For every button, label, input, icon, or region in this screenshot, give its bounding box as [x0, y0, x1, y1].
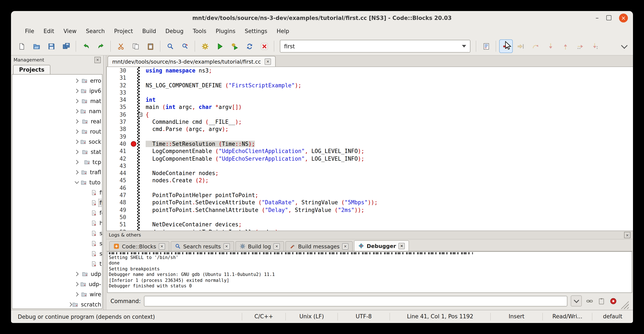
command-input[interactable] [144, 296, 567, 306]
open-file-button[interactable] [30, 40, 43, 53]
new-file-button[interactable] [15, 40, 28, 53]
find-button[interactable] [164, 40, 176, 53]
tree-item-fo[interactable]: fo [12, 208, 102, 218]
minimize-button[interactable]: – [596, 16, 599, 20]
menu-search[interactable]: Search [81, 26, 110, 36]
panel-splitter[interactable] [104, 56, 106, 310]
breakpoint-margin[interactable] [130, 192, 137, 199]
step-into-instruction-button[interactable] [588, 40, 601, 53]
breakpoint-margin[interactable] [130, 82, 137, 89]
close-button[interactable]: × [619, 13, 628, 22]
management-close-icon[interactable]: × [94, 57, 101, 63]
tree-expand-icon[interactable] [74, 109, 79, 113]
tree-expand-icon[interactable] [74, 129, 80, 134]
tree-expand-icon[interactable] [74, 180, 79, 185]
resize-grip[interactable] [621, 301, 629, 309]
breakpoint-margin[interactable] [130, 140, 137, 148]
menu-build[interactable]: Build [138, 26, 161, 36]
fold-marker-icon[interactable] [138, 113, 142, 117]
breakpoint-marker[interactable] [130, 141, 136, 147]
tree-expand-icon[interactable] [74, 119, 81, 124]
run-to-cursor-button[interactable] [514, 40, 527, 53]
breakpoint-margin[interactable] [130, 126, 137, 133]
copy-button[interactable] [129, 40, 142, 53]
tree-item-scratch[interactable]: scratch [12, 299, 102, 309]
breakpoint-margin[interactable] [130, 148, 137, 155]
tree-item-he[interactable]: he [12, 218, 102, 228]
tree-expand-icon[interactable] [74, 292, 80, 296]
logs-tab-code-blocks[interactable]: Code::Blocks× [109, 241, 169, 251]
editor-tab-first-cc[interactable]: mnt/dev/tools/source/ns-3-dev/examples/t… [108, 56, 276, 67]
breakpoint-margin[interactable] [130, 206, 137, 214]
undo-button[interactable] [80, 40, 92, 53]
stop-icon[interactable] [609, 297, 617, 305]
tree-item-udp-[interactable]: udp- [12, 279, 102, 289]
logs-tab-close-icon[interactable]: × [274, 243, 280, 249]
tree-item-sock[interactable]: sock [12, 137, 102, 147]
next-instruction-button[interactable] [574, 40, 586, 53]
tree-expand-icon[interactable] [68, 302, 71, 307]
link-icon[interactable] [585, 297, 594, 305]
tree-expand-icon[interactable] [74, 139, 78, 144]
logs-close-icon[interactable]: × [624, 232, 630, 238]
breakpoint-margin[interactable] [130, 89, 137, 96]
menu-debug[interactable]: Debug [161, 26, 188, 36]
tree-item-si[interactable]: si [12, 248, 102, 258]
menu-edit[interactable]: Edit [39, 26, 59, 36]
breakpoint-margin[interactable] [130, 111, 137, 119]
abort-build-button[interactable] [258, 40, 270, 53]
tree-item-se[interactable]: se [12, 238, 102, 248]
tree-item-tuto[interactable]: tuto [12, 177, 102, 187]
code-editor[interactable]: 30using namespace ns3;3132NS_LOG_COMPONE… [106, 67, 633, 231]
tree-item-se[interactable]: se [12, 228, 102, 238]
breakpoint-margin[interactable] [130, 96, 137, 104]
save-all-button[interactable] [60, 40, 72, 53]
breakpoint-margin[interactable] [130, 162, 137, 170]
menu-help[interactable]: Help [272, 26, 294, 36]
breakpoint-margin[interactable] [130, 170, 137, 177]
tree-item-wire[interactable]: wire [12, 289, 102, 299]
tree-expand-icon[interactable] [74, 282, 78, 286]
menu-project[interactable]: Project [110, 26, 138, 36]
logs-tab-build-log[interactable]: Build log× [235, 241, 284, 251]
tree-item-udp[interactable]: udp [12, 269, 102, 279]
paste-button[interactable] [144, 40, 157, 53]
tree-expand-icon[interactable] [74, 271, 81, 276]
logs-tab-close-icon[interactable]: × [159, 243, 165, 249]
toolbar-overflow-button[interactable] [620, 42, 629, 51]
breakpoint-margin[interactable] [130, 221, 137, 228]
tree-item-th[interactable]: th [12, 258, 102, 269]
build-target-combobox[interactable]: first [280, 40, 470, 53]
logs-tab-debugger[interactable]: Debugger× [354, 240, 409, 251]
tree-item-mat[interactable]: mat [12, 96, 102, 106]
tree-expand-icon[interactable] [74, 78, 80, 83]
tree-item-fir[interactable]: fir [12, 197, 102, 208]
breakpoint-margin[interactable] [130, 214, 137, 221]
logs-tab-search-results[interactable]: Search results× [171, 241, 234, 251]
cut-button[interactable] [114, 40, 127, 53]
tree-item-rout[interactable]: rout [12, 126, 102, 137]
maximize-button[interactable] [606, 15, 612, 20]
tree-item-stat[interactable]: stat [12, 147, 102, 157]
compile-target-button[interactable] [480, 40, 492, 53]
rebuild-button[interactable] [243, 40, 256, 53]
tree-item-trafl[interactable]: trafl [12, 167, 102, 177]
build-and-run-button[interactable] [228, 40, 241, 53]
menu-file[interactable]: File [20, 26, 39, 36]
replace-button[interactable] [179, 40, 192, 53]
tree-item-real[interactable]: real [12, 116, 102, 126]
tree-expand-icon[interactable] [74, 99, 80, 103]
breakpoint-margin[interactable] [130, 184, 137, 192]
tree-item-ipv6[interactable]: ipv6 [12, 86, 102, 96]
tab-projects[interactable]: Projects [13, 65, 50, 74]
save-file-button[interactable] [45, 40, 58, 53]
debug-continue-button[interactable] [500, 40, 512, 53]
breakpoint-margin[interactable] [130, 133, 137, 140]
breakpoint-margin[interactable] [130, 199, 137, 206]
tree-expand-icon[interactable] [74, 160, 82, 164]
tree-item-fif[interactable]: fif [12, 187, 102, 197]
redo-button[interactable] [94, 40, 107, 53]
tree-expand-icon[interactable] [74, 88, 79, 93]
step-out-button[interactable] [559, 40, 572, 53]
next-line-button[interactable] [529, 40, 542, 53]
